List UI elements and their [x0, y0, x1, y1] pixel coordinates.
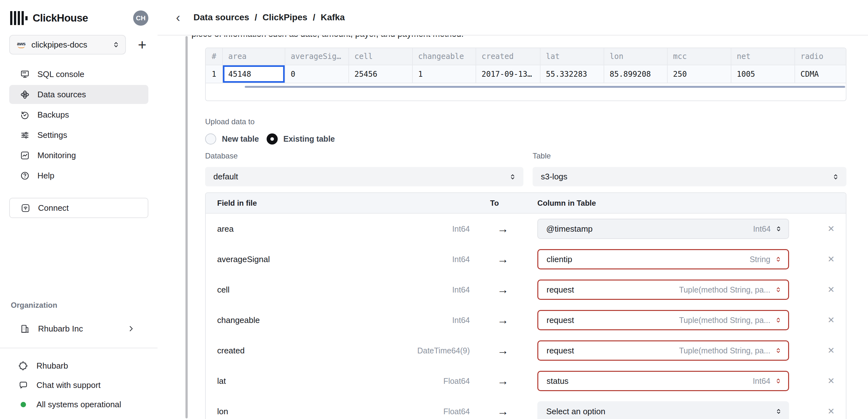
table-label: Table	[533, 152, 551, 160]
arrow-right-icon: →	[470, 344, 523, 357]
column-select-type: Tuple(method String, pa...	[679, 346, 774, 355]
table-cell[interactable]: 25456	[349, 65, 413, 83]
remove-mapping-button[interactable]: ✕	[816, 376, 846, 386]
column-select-type: Tuple(method String, pa...	[679, 316, 774, 325]
user-avatar[interactable]: CH	[133, 10, 148, 26]
chevron-updown-icon	[774, 316, 782, 324]
breadcrumb-data-sources[interactable]: Data sources	[193, 12, 249, 23]
preview-header-row: # area averageSig… cell changeable creat…	[206, 48, 846, 65]
connect-label: Connect	[38, 203, 69, 213]
column-select-value: @timestamp	[546, 224, 592, 234]
column-select-value: request	[547, 285, 574, 295]
arrow-right-icon: →	[470, 253, 523, 266]
back-button[interactable]: ‹	[174, 11, 183, 24]
sidebar-item-data-sources[interactable]: Data sources	[9, 85, 148, 104]
column-select-error[interactable]: clientip String	[537, 249, 789, 269]
connect-icon	[21, 203, 30, 213]
organization-selector[interactable]: Rhubarb Inc	[9, 321, 148, 336]
column-select-error[interactable]: request Tuple(method String, pa...	[537, 280, 789, 300]
main-panel: ‹ Data sources / ClickPipes / Kafka piec…	[158, 0, 868, 419]
sidebar-nav: SQL console Data sources Backups Setting…	[9, 65, 148, 185]
column-header: radio	[795, 48, 846, 65]
horizontal-scrollbar[interactable]	[245, 86, 845, 88]
table-cell[interactable]: CDMA	[795, 65, 846, 83]
sidebar-item-label: Backups	[37, 110, 69, 120]
aws-icon: aws	[16, 41, 27, 48]
chevron-updown-icon	[112, 40, 120, 49]
sidebar-item-label: Monitoring	[37, 151, 76, 160]
column-select-type: Int64	[753, 377, 774, 386]
field-name: averageSignal	[217, 255, 270, 264]
remove-mapping-button[interactable]: ✕	[816, 346, 846, 356]
sidebar-item-system-status[interactable]: All systems operational	[9, 396, 148, 412]
column-select-value: request	[547, 346, 574, 356]
breadcrumb: Data sources / ClickPipes / Kafka	[193, 12, 345, 23]
breadcrumb-bar: ‹ Data sources / ClickPipes / Kafka	[158, 0, 868, 35]
table-cell-selected[interactable]: 45148	[223, 65, 285, 83]
table-cell[interactable]: 2017-09-13…	[476, 65, 540, 83]
settings-icon	[20, 130, 30, 140]
organization-section-label: Organization	[11, 301, 148, 310]
table-cell[interactable]: 250	[668, 65, 732, 83]
table-cell[interactable]: 1005	[732, 65, 795, 83]
existing-table-label[interactable]: Existing table	[283, 134, 335, 143]
column-header: averageSig…	[285, 48, 349, 65]
column-select[interactable]: @timestamp Int64	[537, 219, 789, 239]
mapping-col-column: Column in Table	[523, 199, 789, 207]
sidebar-item-label: SQL console	[37, 69, 84, 79]
remove-mapping-button[interactable]: ✕	[816, 285, 846, 295]
table-select[interactable]: s3-logs	[533, 167, 846, 186]
field-type: Float64	[443, 377, 470, 386]
field-name: created	[217, 346, 245, 356]
column-select-error[interactable]: request Tuple(method String, pa...	[537, 310, 789, 330]
remove-mapping-button[interactable]: ✕	[816, 254, 846, 264]
sidebar-item-help[interactable]: Help	[9, 166, 148, 185]
mapping-row-created: createdDateTime64(9) → request Tuple(met…	[206, 335, 846, 366]
database-select[interactable]: default	[205, 167, 523, 186]
database-label: Database	[205, 152, 238, 160]
logo-row: ClickHouse CH	[9, 10, 148, 26]
field-type: Int64	[452, 316, 470, 325]
column-select-error[interactable]: status Int64	[537, 371, 789, 391]
existing-table-radio[interactable]	[267, 133, 278, 144]
table-cell[interactable]: 55.332283	[540, 65, 604, 83]
mapping-row-changeable: changeableInt64 → request Tuple(method S…	[206, 305, 846, 335]
sidebar-item-rhubarb[interactable]: Rhubarb	[9, 358, 148, 374]
remove-mapping-button[interactable]: ✕	[816, 224, 846, 234]
sidebar-item-monitoring[interactable]: Monitoring	[9, 146, 148, 165]
column-select-type: Int64	[753, 224, 774, 234]
sidebar-item-label: Settings	[37, 130, 67, 140]
mapping-col-to: To	[470, 199, 523, 207]
mapping-row-lon: lonFloat64 → Select an option ✕	[206, 396, 846, 419]
chevron-updown-icon	[774, 225, 783, 233]
table-cell[interactable]: 0	[285, 65, 349, 83]
chevron-updown-icon	[831, 172, 840, 181]
column-header: created	[476, 48, 540, 65]
remove-mapping-button[interactable]: ✕	[816, 315, 846, 325]
sidebar-item-backups[interactable]: Backups	[9, 105, 148, 124]
sql-console-icon	[20, 69, 30, 79]
field-type: Int64	[452, 285, 470, 294]
new-table-radio[interactable]	[205, 133, 216, 144]
connect-button[interactable]: Connect	[9, 198, 148, 218]
field-type: Int64	[452, 255, 470, 264]
data-preview-table: # area averageSig… cell changeable creat…	[205, 47, 846, 101]
table-cell[interactable]: 1	[413, 65, 476, 83]
sidebar-item-chat-support[interactable]: Chat with support	[9, 377, 148, 393]
arrow-right-icon: →	[470, 222, 523, 235]
arrow-right-icon: →	[470, 374, 523, 388]
column-select-placeholder[interactable]: Select an option	[537, 401, 789, 419]
table-cell[interactable]: 85.899208	[604, 65, 668, 83]
add-service-button[interactable]: +	[138, 37, 147, 52]
column-select-error[interactable]: request Tuple(method String, pa...	[537, 341, 789, 361]
help-icon	[20, 171, 30, 181]
new-table-label[interactable]: New table	[222, 134, 259, 143]
logo-text: ClickHouse	[33, 12, 88, 24]
remove-mapping-button[interactable]: ✕	[816, 406, 846, 416]
sidebar-item-sql-console[interactable]: SQL console	[9, 65, 148, 84]
sidebar-item-settings[interactable]: Settings	[9, 126, 148, 144]
chat-icon	[19, 380, 28, 390]
service-selector[interactable]: aws clickpipes-docs	[9, 35, 126, 55]
field-type: Int64	[452, 224, 470, 234]
breadcrumb-clickpipes[interactable]: ClickPipes	[262, 12, 308, 23]
